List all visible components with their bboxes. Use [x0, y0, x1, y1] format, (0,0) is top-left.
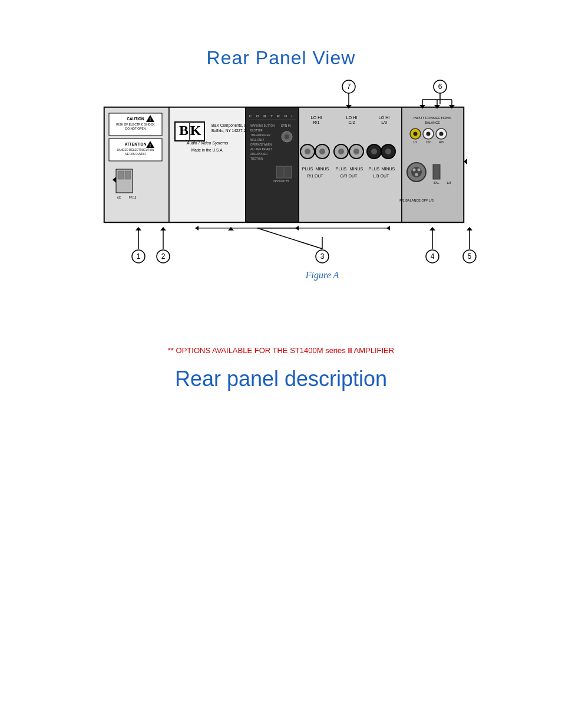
svg-text:WILL ONLY: WILL ONLY	[250, 139, 265, 141]
svg-text:2: 2	[161, 252, 166, 261]
page-title: Rear Panel View	[0, 47, 562, 69]
svg-rect-46	[299, 107, 402, 222]
svg-text:MINUS: MINUS	[382, 167, 395, 171]
options-text-part1: ** OPTIONS AVAILABLE FOR THE ST1400M ser…	[168, 346, 348, 355]
svg-text:C/2: C/2	[349, 120, 355, 124]
svg-text:B&K Components, Ltd.: B&K Components, Ltd.	[211, 123, 250, 128]
svg-text:TOOTH IN: TOOTH IN	[250, 157, 263, 160]
svg-text:DANGER D'ELECTROCUTION: DANGER D'ELECTROCUTION	[117, 149, 154, 151]
svg-text:6: 6	[438, 83, 442, 91]
options-bold-text: II	[348, 346, 352, 355]
svg-text:C O N T R O L: C O N T R O L	[249, 114, 295, 118]
diagram-area: CAUTION RISK OF ELECTRIC SHOCK DO NOT OP…	[0, 75, 562, 311]
svg-text:NE PAS OUVRIR: NE PAS OUVRIR	[125, 153, 147, 156]
svg-text:DO NOT OPEN: DO NOT OPEN	[125, 127, 146, 130]
svg-marker-106	[228, 227, 234, 230]
svg-text:MINUS: MINUS	[316, 167, 329, 171]
svg-point-64	[385, 149, 391, 154]
svg-marker-109	[195, 226, 199, 230]
svg-rect-44	[285, 166, 292, 178]
options-text: ** OPTIONS AVAILABLE FOR THE ST1400M ser…	[0, 346, 562, 355]
svg-point-83	[439, 132, 444, 136]
svg-text:MINUS: MINUS	[350, 167, 363, 171]
svg-text:LO HI: LO HI	[311, 116, 322, 120]
svg-marker-118	[429, 227, 435, 230]
svg-text:!: !	[150, 117, 151, 121]
svg-text:L/3 OUT: L/3 OUT	[373, 174, 389, 178]
svg-text:!: !	[150, 143, 151, 147]
svg-rect-92	[433, 164, 440, 179]
svg-text:WARNING BUTTON: WARNING BUTTON	[250, 124, 275, 127]
svg-text:BLOTTER: BLOTTER	[250, 129, 263, 132]
svg-point-89	[413, 169, 416, 172]
svg-text:C/R OUT: C/R OUT	[340, 174, 358, 178]
svg-text:Audio / Video Systems: Audio / Video Systems	[186, 141, 229, 146]
svg-text:AC: AC	[117, 196, 121, 199]
svg-point-79	[414, 132, 418, 136]
svg-point-81	[427, 132, 431, 136]
svg-rect-43	[276, 166, 283, 178]
svg-text:ARE APPLIED: ARE APPLIED	[250, 153, 268, 156]
svg-text:ATTENTION: ATTENTION	[125, 142, 147, 146]
svg-text:Figure A: Figure A	[305, 270, 339, 281]
svg-text:PLUS: PLUS	[336, 167, 347, 171]
svg-marker-122	[467, 227, 472, 230]
svg-text:BAL: BAL	[434, 181, 439, 185]
svg-text:LO HI: LO HI	[379, 116, 389, 120]
svg-text:THE AMPLIFIER: THE AMPLIFIER	[250, 134, 271, 137]
svg-text:R/1 OUT: R/1 OUT	[307, 174, 323, 178]
svg-text:ALL AMP PANELS: ALL AMP PANELS	[250, 148, 272, 151]
svg-text:K: K	[190, 123, 201, 138]
svg-text:B: B	[179, 123, 189, 138]
svg-text:PLUS: PLUS	[369, 167, 380, 171]
svg-text:OPP OPP BY: OPP OPP BY	[273, 180, 289, 183]
svg-point-58	[338, 149, 344, 154]
svg-point-56	[319, 149, 325, 154]
svg-text:PR 15: PR 15	[129, 196, 137, 199]
svg-text:5: 5	[468, 252, 472, 261]
svg-text:RISK OF ELECTRIC SHOCK: RISK OF ELECTRIC SHOCK	[116, 123, 155, 126]
svg-point-62	[371, 149, 377, 154]
page-container: Rear Panel View CAUTION RISK OF ELECTRIC…	[0, 0, 562, 728]
svg-line-104	[257, 228, 322, 249]
description-title: Rear panel description	[0, 367, 562, 391]
svg-text:LO HI: LO HI	[346, 116, 357, 120]
svg-point-90	[418, 169, 421, 172]
svg-text:R/1: R/1	[313, 120, 320, 124]
svg-text:3: 3	[320, 252, 325, 261]
svg-text:PLUS: PLUS	[302, 167, 313, 171]
svg-point-54	[305, 149, 310, 154]
svg-text:1: 1	[137, 252, 141, 261]
svg-text:BALANCE: BALANCE	[425, 121, 440, 124]
svg-text:L/3: L/3	[381, 120, 387, 124]
svg-marker-97	[135, 227, 141, 230]
svg-text:DTN IN: DTN IN	[281, 124, 291, 127]
svg-marker-101	[160, 227, 166, 230]
svg-text:Made in the U.S.A.: Made in the U.S.A.	[191, 148, 224, 152]
svg-text:CAUTION: CAUTION	[127, 117, 144, 121]
svg-point-60	[353, 149, 359, 154]
svg-text:L/3: L/3	[447, 181, 451, 185]
svg-point-42	[285, 134, 289, 139]
svg-text:L/1: L/1	[414, 140, 418, 144]
svg-marker-113	[386, 226, 390, 230]
svg-rect-16	[125, 171, 131, 179]
svg-point-91	[415, 173, 418, 176]
rear-panel-diagram: CAUTION RISK OF ELECTRIC SHOCK DO NOT OP…	[51, 75, 511, 311]
svg-text:7: 7	[347, 83, 351, 91]
svg-text:C/2: C/2	[426, 140, 431, 144]
options-text-part2: AMPLIFIER	[352, 346, 395, 355]
svg-rect-15	[118, 171, 124, 179]
svg-text:4: 4	[431, 252, 435, 261]
svg-text:INPUT CONNECTIONS: INPUT CONNECTIONS	[414, 116, 451, 120]
svg-text:OPERATE WHEN: OPERATE WHEN	[250, 143, 272, 146]
svg-text:R/1  BALANCE OFF  L/3: R/1 BALANCE OFF L/3	[399, 199, 433, 202]
svg-text:R/3: R/3	[439, 140, 444, 144]
